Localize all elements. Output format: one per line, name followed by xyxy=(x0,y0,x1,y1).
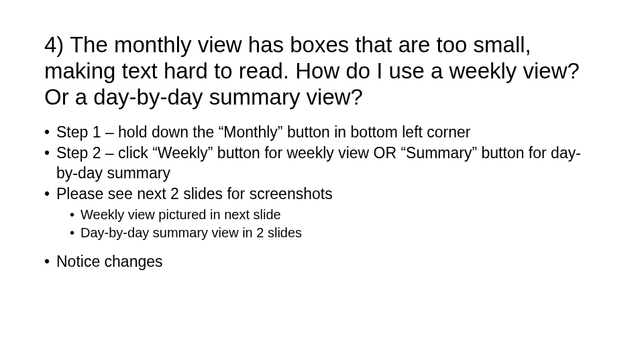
list-item: Day-by-day summary view in 2 slides xyxy=(70,224,600,241)
list-item: Step 2 – click “Weekly” button for weekl… xyxy=(44,143,600,183)
bullet-list: Step 1 – hold down the “Monthly” button … xyxy=(44,123,600,241)
list-item-text: Weekly view pictured in next slide xyxy=(80,207,281,222)
list-item: Please see next 2 slides for screenshots… xyxy=(44,184,600,241)
list-item-text: Notice changes xyxy=(56,252,600,272)
bullet-list: Notice changes xyxy=(44,252,600,272)
list-item-text: Step 1 – hold down the “Monthly” button … xyxy=(56,123,600,142)
slide: 4) The monthly view has boxes that are t… xyxy=(0,0,644,272)
slide-title: 4) The monthly view has boxes that are t… xyxy=(44,32,600,111)
list-item-text: Please see next 2 slides for screenshots xyxy=(56,184,600,204)
list-item: Notice changes xyxy=(44,252,600,272)
spacer xyxy=(44,243,600,252)
list-item: Weekly view pictured in next slide xyxy=(70,206,600,223)
list-item-text: Step 2 – click “Weekly” button for weekl… xyxy=(56,143,600,183)
list-item-text: Day-by-day summary view in 2 slides xyxy=(80,225,302,240)
sub-bullet-list: Weekly view pictured in next slide Day-b… xyxy=(70,206,600,241)
list-item: Step 1 – hold down the “Monthly” button … xyxy=(44,123,600,142)
